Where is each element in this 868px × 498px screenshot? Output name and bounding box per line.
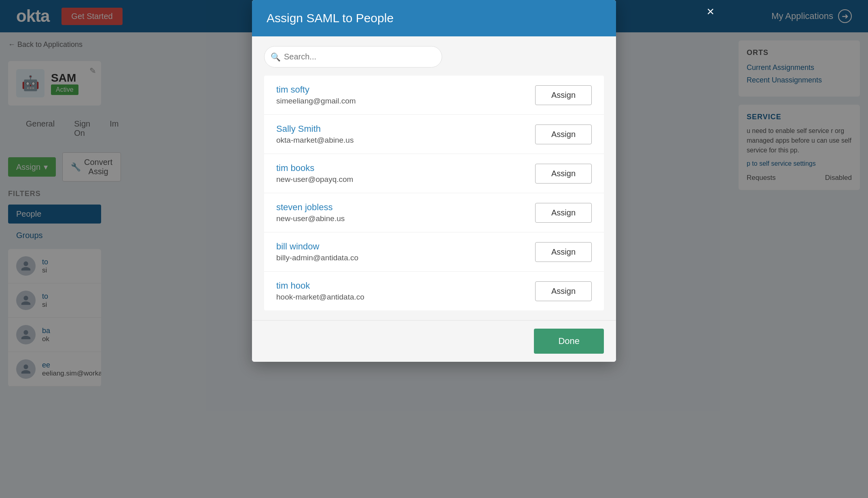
assign-button-1[interactable]: Assign bbox=[535, 124, 592, 144]
person-email: okta-market@abine.us bbox=[276, 136, 354, 145]
person-list: tim softy simeeliang@gmail.com Assign Sa… bbox=[264, 76, 604, 310]
person-email: simeeliang@gmail.com bbox=[276, 97, 356, 106]
assign-button-4[interactable]: Assign bbox=[535, 242, 592, 262]
modal-body: 🔍 tim softy simeeliang@gmail.com Assign … bbox=[252, 36, 616, 320]
search-container: 🔍 bbox=[264, 46, 604, 68]
modal-footer: Done bbox=[252, 320, 616, 362]
assign-button-2[interactable]: Assign bbox=[535, 164, 592, 184]
person-info: steven jobless new-user@abine.us bbox=[276, 202, 345, 223]
list-item: bill window billy-admin@antidata.co Assi… bbox=[264, 232, 604, 272]
person-name: tim hook bbox=[276, 281, 364, 291]
person-email: new-user@opayq.com bbox=[276, 175, 353, 184]
screen-close-button[interactable]: × bbox=[707, 4, 714, 19]
list-item: tim hook hook-market@antidata.co Assign bbox=[264, 272, 604, 310]
assign-button-3[interactable]: Assign bbox=[535, 203, 592, 223]
list-item: Sally Smith okta-market@abine.us Assign bbox=[264, 115, 604, 154]
person-name: tim softy bbox=[276, 84, 356, 95]
search-icon: 🔍 bbox=[271, 52, 281, 62]
search-wrapper: 🔍 bbox=[264, 46, 442, 68]
modal-header: Assign SAML to People bbox=[252, 0, 616, 36]
modal-title: Assign SAML to People bbox=[267, 11, 394, 25]
assign-modal: Assign SAML to People 🔍 tim softy simeel… bbox=[252, 0, 616, 362]
person-email: new-user@abine.us bbox=[276, 214, 345, 223]
person-info: tim books new-user@opayq.com bbox=[276, 163, 353, 184]
person-info: tim hook hook-market@antidata.co bbox=[276, 281, 364, 302]
list-item: tim softy simeeliang@gmail.com Assign bbox=[264, 76, 604, 115]
search-input[interactable] bbox=[264, 46, 442, 68]
person-email: billy-admin@antidata.co bbox=[276, 253, 358, 262]
assign-button-5[interactable]: Assign bbox=[535, 281, 592, 301]
done-button[interactable]: Done bbox=[534, 329, 604, 354]
person-name: tim books bbox=[276, 163, 353, 173]
list-item: tim books new-user@opayq.com Assign bbox=[264, 154, 604, 193]
assign-button-0[interactable]: Assign bbox=[535, 85, 592, 105]
person-name: steven jobless bbox=[276, 202, 345, 213]
person-info: tim softy simeeliang@gmail.com bbox=[276, 84, 356, 106]
person-info: Sally Smith okta-market@abine.us bbox=[276, 124, 354, 145]
person-email: hook-market@antidata.co bbox=[276, 293, 364, 302]
person-info: bill window billy-admin@antidata.co bbox=[276, 241, 358, 262]
person-name: Sally Smith bbox=[276, 124, 354, 134]
person-name: bill window bbox=[276, 241, 358, 252]
list-item: steven jobless new-user@abine.us Assign bbox=[264, 193, 604, 232]
